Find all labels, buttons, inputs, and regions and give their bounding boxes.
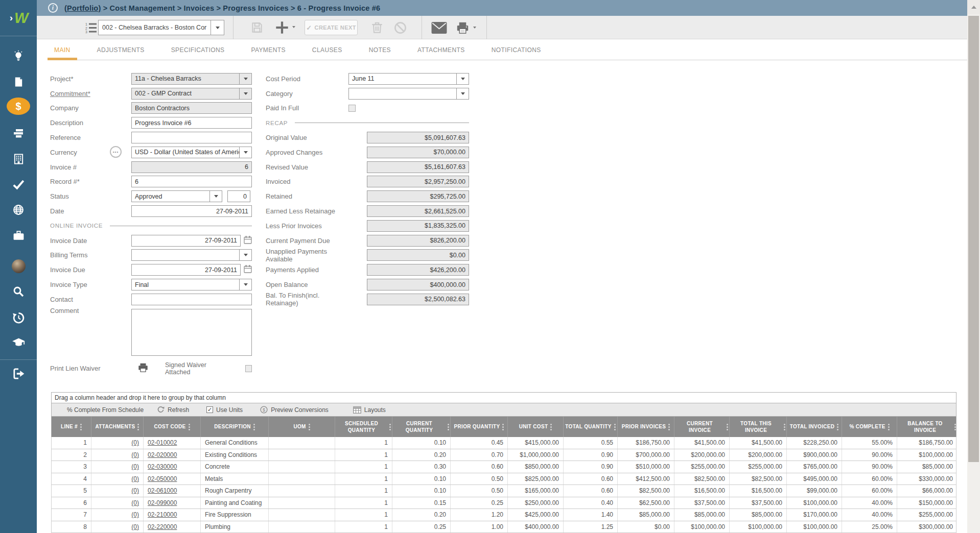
status-count-field[interactable]: 0 — [227, 190, 250, 202]
scrollbar-thumb[interactable] — [968, 16, 979, 462]
column-header-prior-quantity[interactable]: PRIOR QUANTITY — [451, 417, 508, 437]
sidebar-item-web[interactable] — [0, 200, 37, 220]
sidebar-item-tasks[interactable] — [0, 174, 37, 195]
attachments-cell[interactable]: (0) — [91, 437, 144, 449]
save-button[interactable] — [250, 21, 264, 34]
date-field[interactable]: 27-09-2011 — [131, 205, 252, 217]
print-button[interactable] — [456, 21, 470, 35]
vertical-scrollbar[interactable] — [967, 0, 980, 533]
cost-code-link[interactable]: 02-061000 — [148, 487, 177, 494]
column-menu-icon[interactable] — [837, 424, 838, 425]
cost-code-cell[interactable]: 02-020000 — [144, 449, 201, 461]
sidebar-item-documents[interactable] — [0, 71, 37, 92]
cost-code-link[interactable]: 02-210000 — [148, 511, 177, 518]
cost-code-cell[interactable]: 02-210000 — [144, 509, 201, 521]
chevron-down-icon[interactable] — [239, 74, 251, 84]
info-icon[interactable]: i — [48, 3, 58, 13]
tab-notifications[interactable]: NOTIFICATIONS — [492, 39, 541, 60]
column-menu-icon[interactable] — [550, 424, 552, 425]
attachments-link[interactable]: (0) — [131, 451, 139, 458]
cost-code-link[interactable]: 02-030000 — [148, 463, 177, 470]
calendar-icon[interactable] — [244, 235, 252, 246]
contact-field[interactable] — [131, 294, 252, 305]
column-header-pct-complete[interactable]: % COMPLETE — [842, 417, 897, 437]
column-menu-icon[interactable] — [80, 424, 82, 425]
attachments-link[interactable]: (0) — [131, 523, 139, 530]
numbered-list-button[interactable]: 123 — [85, 22, 98, 34]
tab-specifications[interactable]: SPECIFICATIONS — [171, 39, 225, 60]
column-header-total-quantity[interactable]: TOTAL QUANTITY — [564, 417, 618, 437]
column-header-line[interactable]: LINE # — [52, 417, 91, 437]
tab-attachments[interactable]: ATTACHMENTS — [417, 39, 465, 60]
attachments-cell[interactable]: (0) — [91, 509, 144, 521]
void-button[interactable] — [393, 21, 407, 35]
sidebar-item-cost[interactable]: $ — [0, 96, 37, 116]
tab-payments[interactable]: PAYMENTS — [251, 39, 285, 60]
sidebar-item-company[interactable] — [0, 149, 37, 169]
column-menu-icon[interactable] — [502, 424, 504, 425]
record-selector[interactable]: 002 - Chelsea Barracks - Boston Cor — [98, 20, 224, 35]
cost-code-link[interactable]: 02-010002 — [148, 439, 177, 446]
invoice-type-select[interactable]: Final — [131, 279, 252, 290]
invoice-date-field[interactable]: 27-09-2011 — [131, 235, 241, 247]
column-header-balance-to-invoice[interactable]: BALANCE TO INVOICE — [897, 417, 957, 437]
column-menu-icon[interactable] — [309, 424, 310, 425]
chevron-down-icon[interactable] — [456, 74, 469, 84]
signed-waiver-attached-checkbox[interactable] — [245, 365, 252, 372]
cost-code-cell[interactable]: 02-030000 — [144, 461, 201, 473]
chevron-down-icon[interactable] — [239, 88, 251, 99]
breadcrumb-portfolio-link[interactable]: (Portfolio) — [64, 4, 101, 12]
attachments-cell[interactable]: (0) — [91, 473, 144, 485]
record-number-field[interactable]: 6 — [131, 176, 252, 187]
chevron-down-icon[interactable] — [239, 279, 251, 290]
cost-code-link[interactable]: 02-099000 — [148, 499, 177, 506]
column-menu-icon[interactable] — [389, 424, 391, 425]
scroll-up-button[interactable] — [967, 0, 980, 14]
attachments-link[interactable]: (0) — [131, 475, 139, 482]
cost-code-cell[interactable]: 02-220000 — [144, 521, 201, 533]
tab-main[interactable]: MAIN — [54, 39, 71, 60]
chevron-down-icon[interactable] — [239, 147, 251, 158]
add-button[interactable] — [275, 20, 289, 35]
attachments-cell[interactable]: (0) — [91, 485, 144, 497]
tab-adjustments[interactable]: ADJUSTMENTS — [97, 39, 145, 60]
attachments-link[interactable]: (0) — [131, 439, 139, 446]
print-menu-arrow[interactable] — [473, 27, 476, 29]
attachments-link[interactable]: (0) — [131, 511, 139, 518]
column-header-uom[interactable]: UOM — [269, 417, 335, 437]
cost-code-cell[interactable]: 02-099000 — [144, 497, 201, 509]
column-header-scheduled-quantity[interactable]: SCHEDULED QUANTITY — [335, 417, 392, 437]
column-menu-icon[interactable] — [668, 424, 670, 425]
cost-code-link[interactable]: 02-020000 — [148, 451, 177, 458]
sidebar-item-profile[interactable] — [0, 256, 37, 276]
invoice-due-field[interactable]: 27-09-2011 — [131, 264, 241, 276]
sidebar-item-reports[interactable] — [0, 123, 37, 143]
paid-in-full-checkbox[interactable] — [348, 105, 356, 112]
column-menu-icon[interactable] — [137, 424, 139, 425]
currency-options-button[interactable]: ••• — [110, 146, 122, 158]
cost-code-link[interactable]: 02-050000 — [148, 475, 177, 482]
description-field[interactable]: Progress Invoice #6 — [131, 117, 252, 129]
preview-conversions-button[interactable]: $ Preview Conversions — [260, 406, 329, 414]
print-lien-waiver-button[interactable] — [137, 362, 149, 375]
app-logo[interactable]: › W — [0, 0, 37, 36]
reference-field[interactable] — [131, 132, 252, 143]
cost-period-select[interactable]: June 11 — [348, 73, 469, 85]
group-by-hint[interactable]: Drag a column header and drop it here to… — [51, 392, 956, 403]
record-selector-arrow[interactable] — [211, 20, 224, 35]
column-header-current-quantity[interactable]: CURRENT QUANTITY — [392, 417, 451, 437]
layouts-button[interactable]: Layouts — [353, 406, 386, 414]
column-header-current-invoice[interactable]: CURRENT INVOICE — [674, 417, 730, 437]
cost-code-cell[interactable]: 02-061000 — [144, 485, 201, 497]
tab-notes[interactable]: NOTES — [369, 39, 391, 60]
email-button[interactable] — [431, 22, 447, 34]
attachments-link[interactable]: (0) — [131, 463, 139, 470]
column-menu-icon[interactable] — [448, 424, 449, 425]
pct-complete-from-schedule-button[interactable]: % Complete From Schedule — [67, 406, 144, 414]
project-select[interactable]: 11a - Chelsea Barracks — [131, 73, 252, 85]
add-menu-arrow[interactable] — [292, 26, 295, 28]
tab-clauses[interactable]: CLAUSES — [312, 39, 342, 60]
column-menu-icon[interactable] — [954, 424, 956, 425]
column-header-attachments[interactable]: ATTACHMENTS — [91, 417, 144, 437]
cost-code-cell[interactable]: 02-010002 — [144, 437, 201, 449]
